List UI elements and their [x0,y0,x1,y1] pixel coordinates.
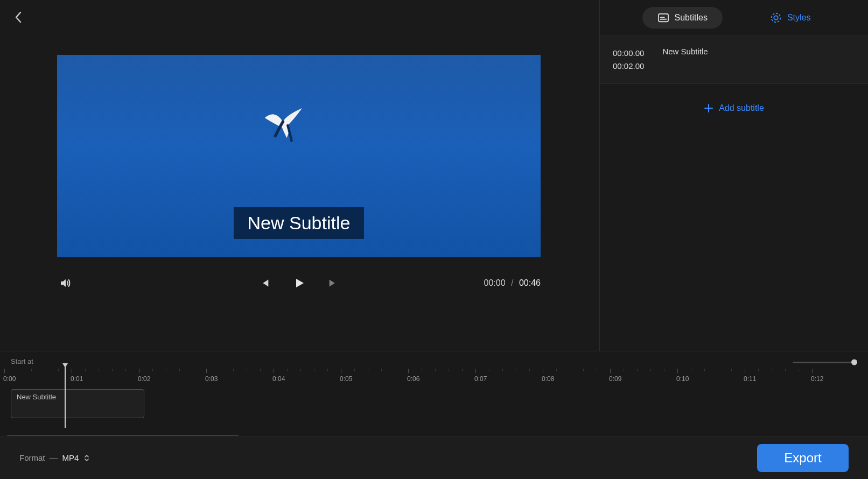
zoom-track [793,362,856,363]
tick-minor [597,369,597,371]
tick-minor [300,369,301,371]
tick-minor [772,369,772,371]
next-button[interactable] [326,276,341,291]
tick-minor [529,369,530,371]
tick-minor [516,369,516,371]
tick-minor [58,369,59,371]
tick-minor [650,369,651,371]
tick-minor [556,369,557,371]
tick-label: 0:02 [138,375,150,383]
volume-button[interactable] [57,274,74,292]
tick-minor [449,369,449,371]
skip-next-icon [327,277,339,289]
tick-minor [125,369,126,371]
tick-major [745,369,745,373]
tick-minor [799,369,799,371]
tick-minor [758,369,759,371]
timeline-tracks: New Subtitle [0,385,868,421]
tick-minor [31,369,32,371]
play-button[interactable] [291,276,306,291]
tick-label: 0:09 [609,375,621,383]
tick-label: 0:04 [272,375,285,383]
add-subtitle-label: Add subtitle [719,103,764,113]
tick-minor [99,369,99,371]
subtitle-panel: Subtitles Styles 00:00.00 00:02.00 New S… [599,0,868,351]
tick-minor [704,369,705,371]
timeline-scroll-track [6,431,862,435]
format-label: Format [19,453,45,462]
tick-minor [570,369,570,371]
tick-minor [327,369,328,371]
video-preview[interactable]: New Subtitle [57,55,541,257]
tick-minor [637,369,638,371]
tick-major [812,369,813,373]
tick-minor [179,369,180,371]
format-select[interactable]: MP4 [62,453,90,462]
subtitle-overlay[interactable]: New Subtitle [234,207,365,239]
tick-minor [731,369,732,371]
tick-minor [112,369,113,371]
tick-major [475,369,476,373]
zoom-thumb[interactable] [851,360,857,365]
tick-minor [247,369,247,371]
tick-minor [435,369,436,371]
bottom-bar: Format — MP4 Export [0,436,868,479]
subtitle-times: 00:00.00 00:02.00 [613,47,644,73]
subtitles-icon [657,12,669,23]
subtitle-start-time: 00:00.00 [613,47,644,60]
tick-label: 0:07 [474,375,487,383]
playhead[interactable] [65,367,66,428]
tick-minor [193,369,193,371]
time-separator: / [511,278,513,287]
tick-label: 0:11 [744,375,756,383]
tick-minor [354,369,355,371]
play-icon [292,277,305,290]
palette-icon [770,12,782,24]
subtitle-end-time: 00:02.00 [613,60,644,73]
tick-major [274,369,274,373]
tick-minor [85,369,86,371]
subtitle-list-item[interactable]: 00:00.00 00:02.00 New Subtitle [600,36,868,84]
timeline-ruler[interactable]: 0:000:010:020:030:040:050:060:070:080:09… [0,369,868,384]
tick-major [72,369,72,373]
select-arrows-icon [84,454,89,462]
tick-label: 0:00 [3,375,16,383]
subtitle-clip[interactable]: New Subtitle [11,389,144,418]
tick-minor [785,369,786,371]
current-time: 00:00 [484,278,506,287]
export-button[interactable]: Export [757,444,849,472]
timeline: Start at 0:000:010:020:030:040:050:060:0… [0,351,868,436]
tick-label: 0:03 [205,375,218,383]
preview-pane: New Subtitle [0,0,599,351]
tick-label: 0:12 [811,375,823,383]
tick-minor [287,369,288,371]
tick-major [206,369,207,373]
tick-minor [166,369,166,371]
subtitle-text: New Subtitle [662,47,708,56]
tick-minor [220,369,220,371]
previous-button[interactable] [257,276,272,291]
format-value: MP4 [62,453,79,462]
export-label: Export [784,450,821,466]
tick-minor [18,369,18,371]
tick-minor [381,369,382,371]
duration: 00:46 [519,278,541,287]
tick-minor [368,369,368,371]
tick-minor [462,369,463,371]
zoom-slider[interactable] [793,359,856,365]
tab-subtitles[interactable]: Subtitles [642,7,723,29]
tick-minor [489,369,489,371]
start-at-label: Start at [11,357,33,365]
add-subtitle-button[interactable]: Add subtitle [600,84,868,132]
tick-label: 0:08 [542,375,554,383]
tick-minor [260,369,261,371]
tick-minor [691,369,691,371]
tick-major [543,369,543,373]
timeline-scrollbar[interactable] [6,431,862,435]
time-display: 00:00 / 00:46 [484,278,541,288]
tick-label: 0:10 [676,375,689,383]
tab-subtitles-label: Subtitles [675,13,708,23]
svg-point-3 [772,13,781,23]
tick-minor [314,369,314,371]
tab-styles[interactable]: Styles [755,6,826,29]
